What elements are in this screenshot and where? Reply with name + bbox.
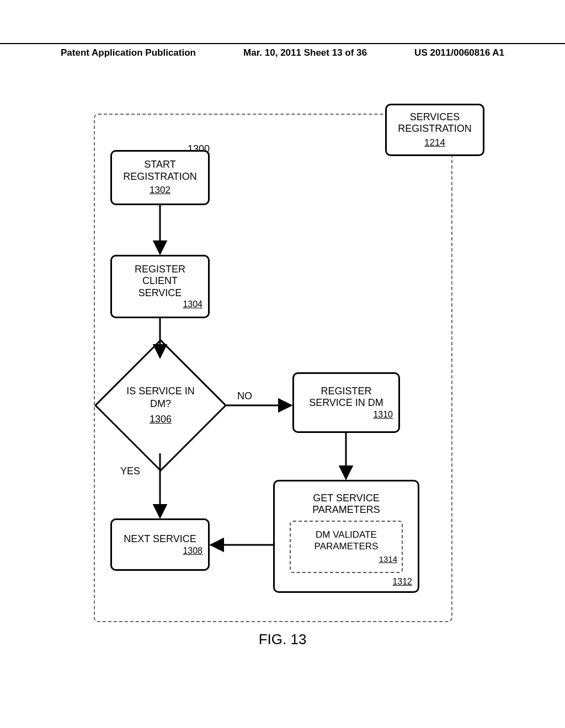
node-is-service-in-dm: IS SERVICE IN DM? 1306 (114, 358, 207, 452)
node-label: REGISTER SERVICE IN DM (309, 386, 383, 409)
node-ref: 1312 (392, 576, 412, 587)
node-services-registration: SERVICES REGISTRATION 1214 (385, 104, 484, 156)
node-ref: 1306 (150, 413, 172, 426)
pub-date-sheet: Mar. 10, 2011 Sheet 13 of 36 (243, 47, 367, 58)
node-ref: 1310 (373, 409, 393, 420)
node-ref: 1304 (183, 299, 202, 309)
node-ref: 1308 (183, 545, 202, 556)
figure-page: 1300 SERVICES REGISTRATION 1214 START RE… (0, 83, 565, 728)
node-get-service-parameters: GET SERVICE PARAMETERS DM VALIDATE PARAM… (273, 480, 419, 593)
node-label: GET SERVICE PARAMETERS (312, 493, 380, 516)
publication-number: US 2011/0060816 A1 (414, 47, 504, 58)
figure-caption: FIG. 13 (259, 631, 307, 648)
node-register-client-service: REGISTER CLIENT SERVICE 1304 (110, 255, 210, 318)
node-label: NEXT SERVICE (124, 533, 196, 545)
node-label: IS SERVICE IN DM? (126, 385, 195, 410)
node-label: REGISTER CLIENT SERVICE (135, 264, 185, 299)
node-label: SERVICES REGISTRATION (398, 111, 472, 135)
node-register-service-in-dm: REGISTER SERVICE IN DM 1310 (292, 372, 400, 433)
node-label: DM VALIDATE PARAMETERS (315, 529, 379, 552)
node-label: START REGISTRATION (123, 159, 197, 183)
node-ref: 1214 (424, 137, 445, 148)
node-next-service: NEXT SERVICE 1308 (110, 518, 210, 571)
node-ref: 1314 (379, 554, 397, 564)
node-dm-validate-parameters: DM VALIDATE PARAMETERS 1314 (290, 521, 403, 573)
edge-label-yes: YES (120, 465, 140, 477)
page-header: Patent Application Publication Mar. 10, … (0, 43, 565, 58)
publication-type: Patent Application Publication (61, 47, 196, 58)
edge-label-no: NO (237, 390, 252, 402)
node-start-registration: START REGISTRATION 1302 (110, 150, 210, 205)
node-ref: 1302 (150, 185, 170, 196)
